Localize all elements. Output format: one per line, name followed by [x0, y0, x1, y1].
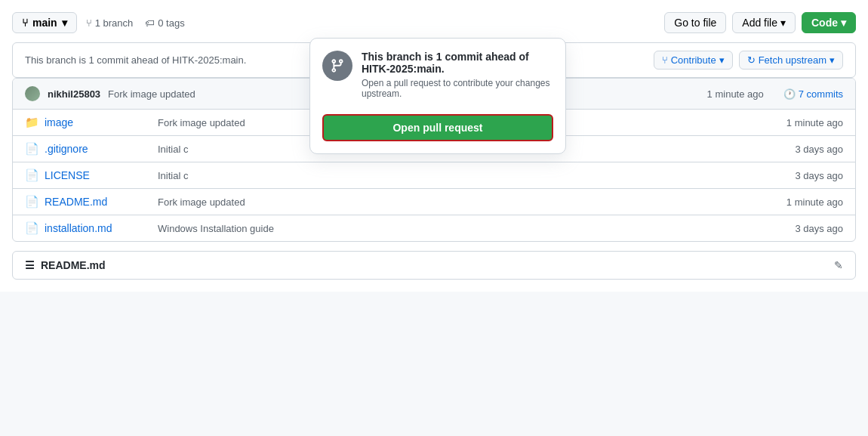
- contribute-label: Contribute: [671, 54, 716, 66]
- branch-icon: ⑂: [22, 17, 28, 29]
- file-commit-msg: Fork image updated: [158, 196, 779, 208]
- add-file-chevron-icon: ▾: [780, 17, 786, 29]
- fetch-label: Fetch upstream: [759, 54, 826, 66]
- contribute-button[interactable]: ⑂ Contribute ▾: [654, 51, 733, 70]
- branch-meta: ⑂ 1 branch 🏷 0 tags: [86, 17, 185, 29]
- commits-count-label: 7 commits: [799, 88, 843, 100]
- edit-icon[interactable]: ✎: [834, 259, 843, 271]
- branches-link[interactable]: ⑂ 1 branch: [86, 17, 134, 29]
- code-button[interactable]: Code ▾: [802, 12, 856, 33]
- clock-icon: 🕐: [783, 88, 796, 100]
- file-name-link[interactable]: installation.md: [45, 222, 150, 234]
- fetch-upstream-button[interactable]: ↻ Fetch upstream ▾: [739, 51, 843, 70]
- commit-message-header: Fork image updated: [108, 88, 195, 100]
- commits-count: 🕐 7 commits: [783, 88, 843, 100]
- popup-title: This branch is 1 commit ahead of HITK-20…: [362, 51, 553, 75]
- readme-bar: ☰ README.md ✎: [12, 251, 856, 280]
- tags-count: 0 tags: [158, 17, 184, 29]
- file-time: 1 minute ago: [786, 196, 843, 208]
- fetch-chevron-icon: ▾: [830, 54, 835, 66]
- fetch-icon: ↻: [747, 54, 756, 66]
- file-name-link[interactable]: image: [45, 116, 150, 128]
- avatar: [25, 86, 40, 101]
- chevron-down-icon: ▾: [62, 17, 67, 29]
- popup-branch-icon: [322, 51, 352, 81]
- file-name-link[interactable]: LICENSE: [45, 169, 150, 181]
- code-chevron-icon: ▾: [841, 17, 846, 29]
- readme-title: ☰ README.md: [25, 259, 106, 271]
- commit-time: 1 minute ago: [707, 88, 764, 100]
- branch-name: main: [32, 17, 57, 29]
- go-to-file-label: Go to file: [674, 17, 716, 29]
- branches-count: 1 branch: [95, 17, 134, 29]
- add-file-button[interactable]: Add file ▾: [732, 12, 796, 33]
- branch-count-icon: ⑂: [86, 17, 92, 29]
- readme-name: README.md: [41, 259, 106, 271]
- go-to-file-button[interactable]: Go to file: [664, 12, 726, 33]
- file-time: 3 days ago: [795, 170, 843, 181]
- table-row: 📄README.mdFork image updated1 minute ago: [13, 189, 855, 215]
- file-time: 3 days ago: [795, 223, 843, 234]
- action-buttons: Go to file Add file ▾ Code ▾: [664, 12, 856, 33]
- code-label: Code: [811, 17, 838, 29]
- ahead-actions: ⑂ Contribute ▾ ↻ Fetch upstream ▾: [654, 51, 843, 70]
- file-commit-msg: Initial c: [158, 170, 787, 181]
- contribute-chevron-icon: ▾: [719, 54, 725, 66]
- commit-author: nikhil25803: [48, 88, 100, 100]
- file-icon: 📄: [25, 195, 37, 209]
- file-name-link[interactable]: .gitignore: [45, 143, 150, 155]
- branch-selector[interactable]: ⑂ main ▾: [12, 12, 77, 33]
- popup-header: This branch is 1 commit ahead of HITK-20…: [322, 51, 553, 99]
- file-time: 3 days ago: [795, 144, 843, 155]
- popup-text-block: This branch is 1 commit ahead of HITK-20…: [362, 51, 553, 99]
- file-time: 1 minute ago: [786, 117, 843, 128]
- open-pull-request-button[interactable]: Open pull request: [322, 114, 553, 141]
- ahead-text: This branch is 1 commit ahead of HITK-20…: [25, 54, 246, 66]
- file-icon: 📄: [25, 221, 37, 235]
- file-icon: 📄: [25, 142, 37, 156]
- branch-bar: ⑂ main ▾ ⑂ 1 branch 🏷 0 tags Go to file …: [12, 12, 856, 33]
- tags-link[interactable]: 🏷 0 tags: [145, 17, 184, 29]
- folder-icon: 📁: [25, 116, 37, 129]
- table-row: 📄LICENSEInitial c3 days ago: [13, 162, 855, 189]
- file-commit-msg: Windows Installation guide: [158, 223, 787, 234]
- file-name-link[interactable]: README.md: [45, 196, 150, 208]
- contribute-icon: ⑂: [662, 54, 668, 66]
- popup-description: Open a pull request to contribute your c…: [362, 78, 553, 99]
- add-file-label: Add file: [742, 17, 777, 29]
- list-icon: ☰: [25, 259, 35, 271]
- file-icon: 📄: [25, 169, 37, 182]
- tag-icon: 🏷: [145, 17, 155, 29]
- table-row: 📄installation.mdWindows Installation gui…: [13, 215, 855, 241]
- contribute-popup: This branch is 1 commit ahead of HITK-20…: [309, 38, 566, 154]
